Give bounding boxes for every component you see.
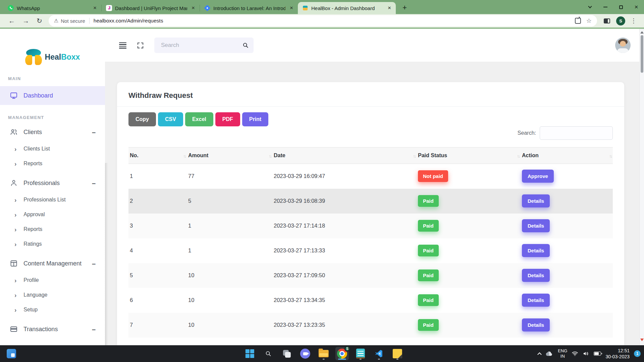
vscode-icon [374,349,384,358]
global-search-input[interactable] [160,42,242,49]
browser-menu-icon[interactable]: ⋮ [631,17,637,24]
details-button[interactable]: Details [522,318,550,331]
vscode-button[interactable] [372,347,386,360]
approve-button[interactable]: Approve [522,170,554,183]
task-view-button[interactable] [280,347,293,360]
sidebar-item-clients[interactable]: Clients – [0,123,105,141]
side-panel-icon[interactable] [604,18,610,23]
collapse-minus-icon[interactable]: – [92,260,96,267]
scroll-up-arrow-icon[interactable] [640,31,644,34]
tab-title: Dashboard | UniFlyn Project Man [115,5,187,11]
user-icon [10,179,18,187]
copy-button[interactable]: Copy [128,112,156,126]
sort-icon[interactable]: ↑↓ [609,154,611,159]
sidebar-item-transactions[interactable]: Transactions – [0,320,105,339]
sidebar-subitem-setup[interactable]: › Setup [0,302,105,317]
sidebar-subitem-professionals-reports[interactable]: › Reports [0,222,105,237]
address-bar[interactable]: ⚠ Not secure healboxx.com/Admin/requests… [49,15,597,26]
notepad-button[interactable] [354,347,367,360]
cell-no: 3 [128,214,187,238]
reload-icon[interactable]: ↻ [37,17,42,24]
csv-button[interactable]: CSV [158,112,183,126]
sidebar-subitem-clients-reports[interactable]: › Reports [0,156,105,171]
excel-button[interactable]: Excel [185,112,213,126]
page-scrollbar[interactable] [639,29,644,345]
sidebar-subitem-clients-list[interactable]: › Clients List [0,141,105,156]
sidebar-subitem-approval[interactable]: › Approval [0,207,105,222]
column-header-date[interactable]: Date↑↓ [272,147,417,164]
sidebar-subitem-professionals-list[interactable]: › Professionals List [0,192,105,207]
taskbar-search-button[interactable] [262,347,275,360]
sort-icon[interactable]: ↑↓ [183,154,185,159]
collapse-minus-icon[interactable]: – [92,179,96,187]
cell-amount: 10 [187,288,272,313]
sort-icon[interactable]: ↑↓ [517,154,519,159]
close-window-button[interactable]: × [629,0,644,14]
fullscreen-icon[interactable] [137,42,144,49]
minimize-button[interactable] [598,0,613,14]
user-avatar[interactable] [615,38,631,53]
column-header-paid-status[interactable]: Paid Status↑↓ [417,147,521,164]
wifi-icon[interactable] [572,350,578,357]
chrome-button-active[interactable]: S [335,347,349,360]
volume-icon[interactable] [583,350,589,357]
column-header-amount[interactable]: Amount↑↓ [187,147,272,164]
restore-button[interactable] [613,0,629,14]
scrollbar-thumb[interactable] [641,35,643,73]
new-tab-button[interactable]: + [400,3,410,12]
sort-icon[interactable]: ↑↓ [269,154,271,159]
sticky-notes-button[interactable] [391,347,404,360]
global-search[interactable] [154,38,254,53]
sort-icon[interactable]: ↑↓ [413,154,415,159]
close-tab-icon[interactable]: × [386,5,392,11]
widgets-icon[interactable] [7,349,16,358]
forward-icon[interactable]: → [22,17,29,24]
details-button[interactable]: Details [522,194,550,207]
table-search-input[interactable] [540,126,613,140]
tab-uniflyn[interactable]: J Dashboard | UniFlyn Project Man × [102,2,200,14]
language-indicator[interactable]: ENG IN [558,348,567,359]
tab-search-chevron-icon[interactable] [582,0,598,14]
sidebar-subitem-ratings[interactable]: › Ratings [0,237,105,251]
tab-whatsapp[interactable]: WhatsApp × [3,2,101,14]
taskbar-clock[interactable]: 12:51 30-03-2023 [605,348,630,360]
start-button[interactable] [243,347,257,360]
details-button[interactable]: Details [522,244,550,257]
menu-toggle-icon[interactable] [119,42,126,49]
bookmark-star-icon[interactable]: ☆ [586,17,592,24]
collapse-minus-icon[interactable]: – [92,128,96,136]
print-button[interactable]: Print [242,112,268,126]
file-explorer-button[interactable] [317,347,330,360]
tray-expand-icon[interactable] [537,352,542,357]
onedrive-cloud-icon[interactable] [545,351,553,357]
status-badge: Paid [418,294,439,306]
sidebar-subitem-language[interactable]: › Language [0,288,105,302]
battery-icon[interactable] [594,352,601,356]
sidebar-item-content-management[interactable]: Content Management – [0,254,105,273]
search-icon[interactable] [242,42,249,49]
sidebar-subitem-profile[interactable]: › Profile [0,273,105,288]
sidebar-item-dashboard[interactable]: Dashboard [0,86,105,105]
close-tab-icon[interactable]: × [190,5,196,11]
url-text[interactable]: healboxx.com/Admin/requests [94,18,163,24]
close-tab-icon[interactable]: × [288,5,294,11]
tab-laravel[interactable]: Introduction to Laravel: An Introd × [200,2,298,14]
details-button[interactable]: Details [522,294,550,307]
back-icon[interactable]: ← [8,17,15,24]
chat-button[interactable] [299,347,312,360]
details-button[interactable]: Details [522,219,550,232]
column-header-action[interactable]: Action↑↓ [521,147,613,164]
brand-logo[interactable]: HealBoxx [0,48,105,66]
notification-count-badge[interactable]: 1 [634,350,641,357]
collapse-minus-icon[interactable]: – [92,325,96,333]
browser-profile-avatar[interactable]: S [616,16,625,25]
sidebar-item-professionals[interactable]: Professionals – [0,174,105,192]
cell-amount: 10 [187,313,272,338]
share-icon[interactable] [575,18,581,24]
pdf-button[interactable]: PDF [215,112,240,126]
tab-healbox-active[interactable]: HealBox - Admin Dashboard × [298,2,396,14]
details-button[interactable]: Details [522,269,550,282]
close-tab-icon[interactable]: × [92,5,98,11]
column-header-no[interactable]: No.↑↓ [128,147,187,164]
scroll-down-arrow-icon[interactable] [640,339,644,341]
